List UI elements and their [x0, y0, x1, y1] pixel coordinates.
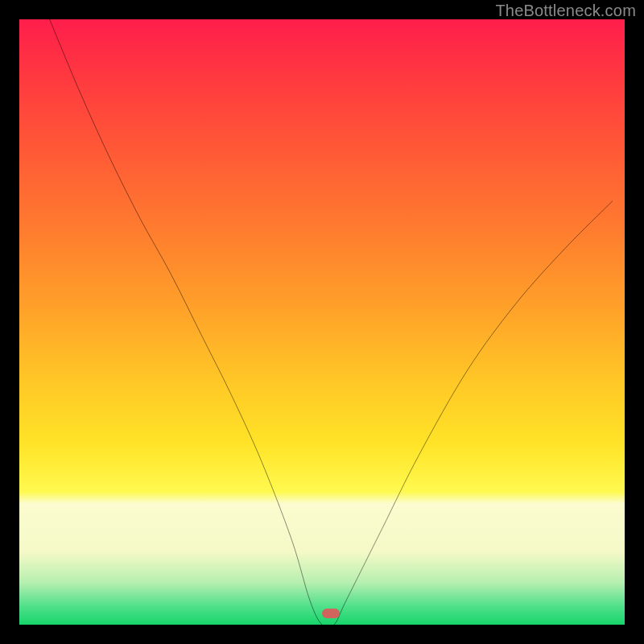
curve-layer — [19, 19, 625, 625]
watermark-text: TheBottleneck.com — [495, 2, 636, 20]
optimal-marker — [322, 609, 340, 618]
plot-area — [19, 19, 625, 625]
bottleneck-curve — [50, 19, 613, 625]
chart-frame: TheBottleneck.com — [0, 0, 644, 644]
